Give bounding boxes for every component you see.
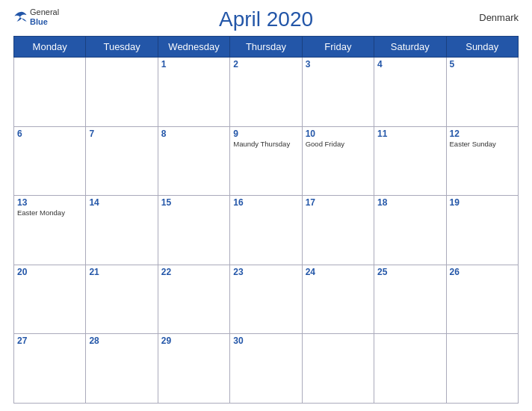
holiday-name: Maundy Thursday <box>233 140 298 148</box>
header-saturday: Saturday <box>374 37 446 58</box>
day-cell-3-1: 13Easter Monday <box>14 196 86 265</box>
logo: General Blue <box>13 7 59 27</box>
day-number: 2 <box>233 59 298 69</box>
day-cell-5-5 <box>302 334 374 404</box>
day-cell-2-4: 9Maundy Thursday <box>230 126 302 196</box>
header-wednesday: Wednesday <box>158 37 229 58</box>
calendar-table: Monday Tuesday Wednesday Thursday Friday… <box>13 36 519 404</box>
week-row-5: 27282930 <box>14 334 519 404</box>
day-cell-5-2: 28 <box>86 334 158 404</box>
holiday-name: Easter Monday <box>17 208 82 217</box>
day-number: 18 <box>377 197 442 208</box>
day-number: 12 <box>450 129 515 139</box>
holiday-name: Easter Sunday <box>450 140 515 148</box>
day-number: 21 <box>89 267 154 277</box>
day-number: 8 <box>161 129 226 139</box>
logo-general-text: General <box>30 7 59 17</box>
day-cell-3-3: 15 <box>158 196 229 265</box>
day-number: 6 <box>17 129 82 139</box>
day-cell-4-6: 25 <box>374 265 446 334</box>
day-number: 1 <box>161 59 226 69</box>
day-cell-5-7 <box>446 334 518 404</box>
header-friday: Friday <box>302 37 374 58</box>
day-number: 15 <box>161 197 226 208</box>
day-cell-1-1 <box>14 58 86 127</box>
holiday-name: Good Friday <box>306 140 371 148</box>
day-number: 24 <box>306 267 371 277</box>
day-number: 11 <box>377 129 442 139</box>
day-number: 16 <box>233 197 298 208</box>
day-cell-4-2: 21 <box>86 265 158 334</box>
day-number: 28 <box>89 336 154 346</box>
header-monday: Monday <box>14 37 86 58</box>
day-number: 29 <box>161 336 226 346</box>
day-cell-1-5: 3 <box>302 58 374 127</box>
header-thursday: Thursday <box>230 37 302 58</box>
week-row-4: 20212223242526 <box>14 265 519 334</box>
logo-blue-text: Blue <box>30 17 59 27</box>
calendar-title: April 2020 <box>219 7 313 31</box>
day-cell-2-1: 6 <box>14 126 86 196</box>
weekday-header-row: Monday Tuesday Wednesday Thursday Friday… <box>14 37 519 58</box>
header-tuesday: Tuesday <box>86 37 158 58</box>
day-cell-4-7: 26 <box>446 265 518 334</box>
day-number: 25 <box>377 267 442 277</box>
day-cell-2-5: 10Good Friday <box>302 126 374 196</box>
day-cell-2-2: 7 <box>86 126 158 196</box>
logo-bird-icon <box>13 10 30 24</box>
day-cell-3-5: 17 <box>302 196 374 265</box>
day-cell-4-4: 23 <box>230 265 302 334</box>
day-number: 5 <box>450 59 515 69</box>
day-cell-5-4: 30 <box>230 334 302 404</box>
day-cell-4-3: 22 <box>158 265 229 334</box>
day-cell-1-2 <box>86 58 158 127</box>
day-cell-3-7: 19 <box>446 196 518 265</box>
header-sunday: Sunday <box>446 37 518 58</box>
day-number: 10 <box>306 129 371 139</box>
day-cell-1-4: 2 <box>230 58 302 127</box>
day-number: 3 <box>306 59 371 69</box>
calendar-header: General Blue April 2020 Denmark <box>13 7 519 36</box>
day-cell-2-7: 12Easter Sunday <box>446 126 518 196</box>
day-number: 7 <box>89 129 154 139</box>
calendar-page: General Blue April 2020 Denmark Monday T… <box>0 0 532 411</box>
day-number: 19 <box>450 197 515 208</box>
day-number: 23 <box>233 267 298 277</box>
day-cell-5-6 <box>374 334 446 404</box>
day-number: 26 <box>450 267 515 277</box>
day-cell-3-2: 14 <box>86 196 158 265</box>
country-label: Denmark <box>479 12 519 23</box>
day-number: 9 <box>233 129 298 139</box>
day-number: 27 <box>17 336 82 346</box>
day-cell-1-6: 4 <box>374 58 446 127</box>
day-cell-1-3: 1 <box>158 58 229 127</box>
day-number: 14 <box>89 197 154 208</box>
day-cell-1-7: 5 <box>446 58 518 127</box>
day-number: 17 <box>306 197 371 208</box>
day-number: 30 <box>233 336 298 346</box>
day-cell-3-6: 18 <box>374 196 446 265</box>
day-number: 20 <box>17 267 82 277</box>
day-cell-5-1: 27 <box>14 334 86 404</box>
week-row-3: 13Easter Monday141516171819 <box>14 196 519 265</box>
day-number: 13 <box>17 197 82 208</box>
day-cell-5-3: 29 <box>158 334 229 404</box>
day-number: 4 <box>377 59 442 69</box>
day-number: 22 <box>161 267 226 277</box>
day-cell-3-4: 16 <box>230 196 302 265</box>
day-cell-2-3: 8 <box>158 126 229 196</box>
day-cell-2-6: 11 <box>374 126 446 196</box>
day-cell-4-5: 24 <box>302 265 374 334</box>
day-cell-4-1: 20 <box>14 265 86 334</box>
week-row-1: 12345 <box>14 58 519 127</box>
week-row-2: 6789Maundy Thursday10Good Friday1112East… <box>14 126 519 196</box>
